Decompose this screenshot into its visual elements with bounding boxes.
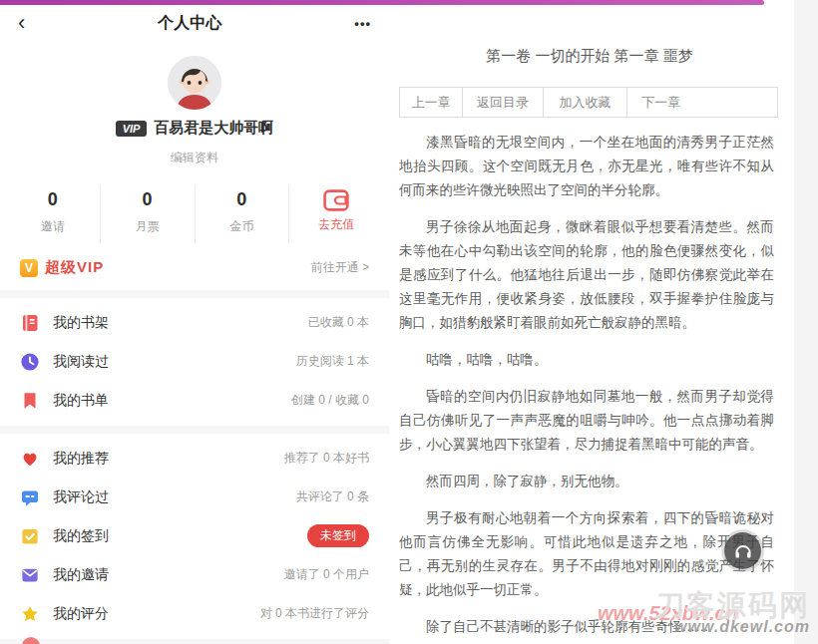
prev-chapter-button[interactable]: 上一章 [400, 88, 463, 117]
super-vip-banner[interactable]: V 超级VIP 前往开通 > [0, 243, 389, 290]
stat-label: 邀请 [6, 218, 100, 235]
book-icon [20, 313, 40, 333]
listen-audio-button[interactable] [724, 532, 761, 569]
menu-item-comments[interactable]: 我评论过 共评论了 0 条 [0, 478, 389, 516]
menu-item-ratings[interactable]: 我的评分 对 0 本书进行了评分 [0, 594, 389, 633]
add-to-favorites-button[interactable]: 加入收藏 [544, 88, 627, 117]
edit-profile-link[interactable]: 编辑资料 [0, 150, 389, 166]
menu-group-activity: 我的推荐 推荐了 0 本好书 我评论过 共评论了 0 条 [0, 434, 389, 639]
calendar-check-icon [20, 526, 40, 546]
paragraph: 男子极有耐心地朝着一个方向探索着，四下的昏暗诡秘对他而言仿佛全无影响。可惜此地似… [399, 506, 774, 602]
menu-note: 共评论了 0 条 [296, 488, 369, 505]
progress-bar [0, 0, 764, 5]
section-divider [0, 639, 389, 644]
menu-note: 历史阅读 1 本 [296, 353, 369, 370]
stats-row: 0 邀请 0 月票 0 金币 去充值 [0, 185, 389, 243]
stat-value: 0 [6, 189, 100, 210]
comment-icon [20, 487, 40, 507]
stat-monthly-tickets[interactable]: 0 月票 [101, 185, 196, 243]
menu-item-recommendations[interactable]: 我的推荐 推荐了 0 本好书 [0, 439, 389, 478]
user-name-row: VIP 百易君是大帅哥啊 [0, 119, 389, 138]
menu-note: 创建 0 / 收藏 0 [291, 392, 369, 409]
menu-item-invitations[interactable]: 我的邀请 邀请了 0 个用户 [0, 555, 389, 594]
page-title: 个人中心 [158, 13, 221, 34]
menu-label: 我阅读过 [53, 353, 296, 371]
paragraph: 漆黑昏暗的无垠空间内，一个坐在地面的清秀男子正茫然地抬头四顾。这个空间既无月色，… [399, 131, 774, 202]
super-vip-label: 超级VIP [45, 258, 104, 277]
paragraph: 昏暗的空间内仍旧寂静地如同墓地一般，然而男子却觉得自己仿佛听见了一声声恶魔的咀嚼… [399, 385, 774, 457]
menu-item-bookshelf[interactable]: 我的书架 已收藏 0 本 [0, 303, 389, 342]
wallet-icon [323, 189, 349, 211]
clock-icon [20, 352, 40, 372]
heart-icon [20, 449, 40, 469]
stat-value: 0 [101, 189, 195, 210]
user-name: 百易君是大帅哥啊 [154, 119, 273, 138]
menu-label: 我的书架 [53, 314, 308, 332]
stat-gold-coins[interactable]: 0 金币 [196, 185, 290, 243]
next-chapter-button[interactable]: 下一章 [627, 88, 777, 117]
menu-label: 我的推荐 [53, 450, 284, 468]
menu-item-booklist[interactable]: 我的书单 创建 0 / 收藏 0 [0, 381, 389, 420]
back-to-catalog-button[interactable]: 返回目录 [463, 88, 544, 117]
menu-label: 我的书单 [53, 392, 291, 410]
avatar[interactable] [168, 56, 221, 110]
stat-invites[interactable]: 0 邀请 [6, 185, 101, 243]
checkin-status-badge[interactable]: 未签到 [307, 524, 369, 547]
open-vip-link[interactable]: 前往开通 > [311, 259, 369, 276]
app-screen: ‹ 个人中心 ••• VIP 百易君是大帅哥啊 编辑资料 0 [0, 0, 818, 644]
stat-label: 金币 [196, 218, 289, 235]
menu-note: 对 0 本书进行了评分 [260, 605, 369, 622]
headphones-icon [733, 541, 753, 561]
avatar-illustration [168, 56, 221, 110]
bookmark-icon [20, 391, 40, 411]
menu-group-library: 我的书架 已收藏 0 本 我阅读过 历史阅读 1 本 [0, 298, 389, 426]
vip-badge: VIP [116, 121, 148, 137]
menu-note: 已收藏 0 本 [308, 314, 369, 331]
recharge-label: 去充值 [289, 216, 383, 233]
super-vip-icon: V [20, 259, 38, 277]
menu-item-read-history[interactable]: 我阅读过 历史阅读 1 本 [0, 342, 389, 381]
section-divider [0, 426, 389, 434]
mail-icon [20, 565, 40, 585]
right-gutter [794, 0, 818, 644]
chapter-title: 第一卷 一切的开始 第一章 噩梦 [387, 47, 792, 66]
menu-note: 邀请了 0 个用户 [284, 566, 369, 583]
menu-label: 我的签到 [53, 527, 307, 545]
chapter-nav-bar: 上一章 返回目录 加入收藏 下一章 [399, 87, 778, 118]
menu-label: 我的邀请 [53, 566, 284, 584]
header: ‹ 个人中心 ••• [0, 5, 389, 41]
more-menu-icon[interactable]: ••• [354, 16, 371, 31]
personal-center-panel: ‹ 个人中心 ••• VIP 百易君是大帅哥啊 编辑资料 0 [0, 5, 389, 644]
star-icon [20, 604, 40, 624]
chapter-content: 漆黑昏暗的无垠空间内，一个坐在地面的清秀男子正茫然地抬头四顾。这个空间既无月色，… [399, 131, 774, 644]
stat-value: 0 [196, 189, 289, 210]
paragraph: 男子徐徐从地面起身，微眯着眼似乎想要看清楚些。然而未等他在心中勾勒出该空间的轮廓… [399, 215, 774, 335]
menu-label: 我评论过 [53, 488, 296, 506]
menu-note: 推荐了 0 本好书 [284, 450, 369, 467]
back-icon[interactable]: ‹ [18, 12, 25, 34]
section-divider [0, 290, 389, 298]
paragraph: 咕噜，咕噜，咕噜。 [399, 348, 774, 372]
recharge-button[interactable]: 去充值 [289, 185, 383, 243]
menu-label: 我的评分 [53, 605, 260, 623]
menu-item-checkin[interactable]: 我的签到 未签到 [0, 516, 389, 555]
paragraph: 然而四周，除了寂静，别无他物。 [399, 470, 774, 493]
stat-label: 月票 [101, 218, 195, 235]
paragraph: 除了自己不甚清晰的影子似乎轮廓有些奇怪…… [399, 615, 774, 639]
